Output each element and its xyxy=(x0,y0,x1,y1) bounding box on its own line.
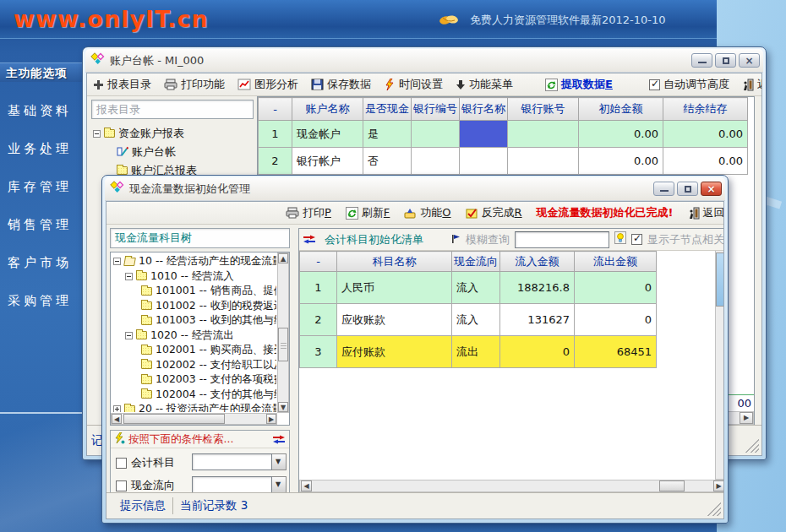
tree-item-102001[interactable]: 102001 -- 购买商品、接受劳务支付的现金 xyxy=(112,343,276,358)
window1-titlebar[interactable]: 账户台帐 - MI_000 × xyxy=(85,49,763,73)
minimize-button[interactable] xyxy=(653,182,674,196)
window2-statusbar: 提示信息 当前记录数 3 xyxy=(106,492,723,518)
collapse-icon[interactable] xyxy=(125,273,133,280)
tree-item-account-ledger[interactable]: 账户台帐 xyxy=(91,143,257,161)
dropdown-arrow-icon[interactable] xyxy=(272,453,287,470)
save-icon xyxy=(311,79,324,90)
return-button[interactable]: 返回R xyxy=(688,205,724,220)
selected-cell[interactable] xyxy=(460,121,508,148)
subject-grid: -科目名称 现金流向流入金额 流出金额 1 人民币 流入 188216.8 0 … xyxy=(299,251,657,368)
tree-item-102003[interactable]: 102003 -- 支付的各项税费 xyxy=(112,372,276,388)
extract-data-button[interactable]: 提取数据E xyxy=(545,77,613,92)
scroll-up-arrow[interactable] xyxy=(278,253,288,263)
scroll-down-arrow[interactable] xyxy=(278,402,288,412)
bulb-icon[interactable] xyxy=(614,231,626,247)
sidebar-item-business[interactable]: 业务处理 xyxy=(8,141,82,160)
grid-row: 2 应收账款 流入 131627 0 xyxy=(300,304,657,336)
collapse-icon[interactable] xyxy=(93,130,101,138)
function-button[interactable]: 功能O xyxy=(404,205,450,220)
checkbox-checked-icon[interactable] xyxy=(649,79,660,90)
list-vertical-scrollbar[interactable] xyxy=(715,251,724,480)
time-icon xyxy=(384,79,396,90)
tree-item-101002[interactable]: 101002 -- 收到的税费返还 xyxy=(112,299,276,314)
maximize-button[interactable] xyxy=(715,53,736,68)
sidebar-item-customers[interactable]: 客户市场 xyxy=(8,255,82,274)
tree-item-102002[interactable]: 102002 -- 支付给职工以及为职工支付的现金 xyxy=(112,358,276,373)
folder-icon xyxy=(136,331,147,339)
refresh-button[interactable]: 刷新F xyxy=(346,205,390,220)
folder-icon xyxy=(141,346,152,355)
folder-icon xyxy=(141,317,152,325)
direction-filter-dropdown[interactable] xyxy=(192,476,287,493)
scroll-thumb[interactable] xyxy=(278,328,288,361)
tree-item-operating-outflow[interactable]: 1020 -- 经营流出 xyxy=(112,328,276,344)
grid-header-row: -账户名称 是否现金银行编号 银行名称银行账号 初始金额结余结存 xyxy=(259,98,748,121)
tree-item-operating-inflow[interactable]: 1010 -- 经营流入 xyxy=(112,269,276,285)
sidebar-item-purchasing[interactable]: 采购管理 xyxy=(8,293,82,312)
subject-list-toolbar: 会计科目初始化清单 模糊查询 显示子节点相关 xyxy=(299,229,724,251)
collapse-icon[interactable] xyxy=(125,332,133,339)
tree-item-101001[interactable]: 101001 -- 销售商品、提供劳务收到的现金 xyxy=(112,284,276,299)
auto-height-checkbox[interactable]: 自动调节高度 xyxy=(649,77,729,92)
scroll-thumb[interactable] xyxy=(659,480,685,491)
partial-amount-cell[interactable]: 00 xyxy=(728,394,754,412)
cashflow-tree: 10 -- 经营活动产生的现金流量 1010 -- 经营流入 101001 --… xyxy=(112,254,276,412)
site-logo: www.onlyIT.cn xyxy=(14,6,209,32)
swap-icon[interactable] xyxy=(303,231,316,247)
fuzzy-search-input[interactable] xyxy=(515,231,609,248)
sidebar-item-basic-data[interactable]: 基础资料 xyxy=(8,103,82,122)
window2-resize-grip[interactable] xyxy=(707,502,721,516)
tree-vertical-scrollbar[interactable] xyxy=(277,252,289,413)
collapse-icon[interactable] xyxy=(113,258,121,265)
expand-icon[interactable] xyxy=(113,405,121,412)
sidebar-header: 主功能选项 xyxy=(0,62,82,82)
filter-header-label: 按照下面的条件检索... xyxy=(128,432,233,447)
tree-horizontal-scrollbar[interactable] xyxy=(111,413,277,425)
graph-analysis-button[interactable]: 图形分析 xyxy=(237,77,298,92)
direction-filter-checkbox[interactable] xyxy=(116,480,127,491)
window2-titlebar[interactable]: 现金流量数据初始化管理 × xyxy=(105,177,725,201)
window2-toolbar: 打印P 刷新F 功能O 反完成R 现金流量数据初始化已完成! 返回R xyxy=(106,202,723,225)
scroll-left-arrow[interactable] xyxy=(301,480,312,491)
scroll-right-arrow[interactable] xyxy=(740,412,753,424)
return-button[interactable]: 返回R xyxy=(742,77,762,92)
tree-item-102004[interactable]: 102004 -- 支付的其他与经营活动有关的现金 xyxy=(112,388,276,403)
show-children-label: 显示子节点相关 xyxy=(647,232,724,247)
sidebar-item-sales[interactable]: 销售管理 xyxy=(8,217,82,236)
print-button[interactable]: 打印P xyxy=(286,205,331,220)
function-menu-button[interactable]: 功能菜单 xyxy=(456,77,513,92)
scroll-left-arrow[interactable] xyxy=(112,414,122,424)
save-data-button[interactable]: 保存数据 xyxy=(311,77,371,92)
cashflow-tree-panel: 10 -- 经营活动产生的现金流量 1010 -- 经营流入 101001 --… xyxy=(110,252,290,426)
show-children-checkbox[interactable] xyxy=(631,234,642,245)
sidebar-item-inventory[interactable]: 库存管理 xyxy=(8,179,82,198)
tree-item-investing[interactable]: 20 -- 投资活动产生的现金流量 xyxy=(112,402,276,412)
tree-item-fund-account-reports[interactable]: 资金账户报表 xyxy=(91,124,257,143)
maximize-button[interactable] xyxy=(677,182,698,196)
function-icon xyxy=(404,208,417,219)
list-horizontal-scrollbar[interactable] xyxy=(299,480,724,492)
flag-icon xyxy=(450,231,461,247)
scroll-right-arrow[interactable] xyxy=(266,414,276,424)
undo-complete-button[interactable]: 反完成R xyxy=(466,205,522,220)
scroll-thumb[interactable] xyxy=(123,414,225,424)
open-folder-icon xyxy=(123,258,136,266)
scroll-right-arrow[interactable] xyxy=(713,480,724,491)
report-catalog-button[interactable]: 报表目录 xyxy=(93,77,151,92)
tree-item-101003[interactable]: 101003 -- 收到的其他与经营活动有关的现金 xyxy=(112,313,276,328)
chart-icon xyxy=(237,79,251,90)
report-catalog-panel-header: 报表目录 xyxy=(91,100,254,119)
swap-icon[interactable] xyxy=(272,432,286,448)
scroll-thumb[interactable] xyxy=(716,252,724,307)
tree-item-operating[interactable]: 10 -- 经营活动产生的现金流量 xyxy=(112,254,276,269)
minimize-button[interactable] xyxy=(691,53,712,68)
close-button[interactable]: × xyxy=(701,182,722,196)
subject-filter-dropdown[interactable] xyxy=(192,453,287,470)
dropdown-arrow-icon[interactable] xyxy=(272,476,287,493)
window1-toolbar: 报表目录 打印功能 图形分析 保存数据 时间设置 功能菜单 提取数据E xyxy=(87,73,761,96)
print-function-button[interactable]: 打印功能 xyxy=(164,77,225,92)
time-settings-button[interactable]: 时间设置 xyxy=(384,77,443,92)
window1-resize-grip[interactable] xyxy=(745,439,759,453)
close-button[interactable]: × xyxy=(739,53,760,68)
subject-filter-checkbox[interactable] xyxy=(116,458,127,469)
